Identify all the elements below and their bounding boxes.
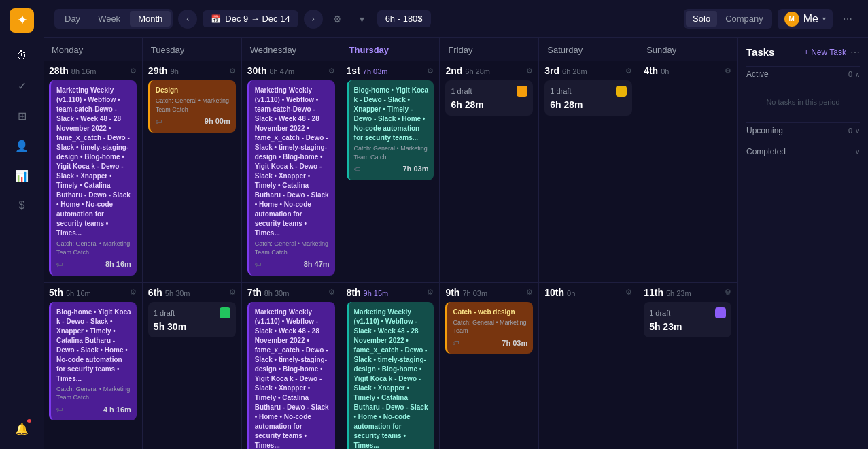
cell-gear-28[interactable]: ⚙ <box>130 67 137 76</box>
header-right: Solo Company M Me ▾ ⋯ <box>684 9 857 29</box>
event-duration: 8h 16m <box>105 259 131 269</box>
upcoming-chevron-icon: ∨ <box>855 127 860 135</box>
user-avatar: M <box>784 12 799 27</box>
user-chevron: ▾ <box>822 15 826 22</box>
sidebar-item-clock[interactable]: ⏱ <box>10 44 34 68</box>
event-duration: 7h 03m <box>502 338 527 348</box>
cell-gear-6[interactable]: ⚙ <box>229 288 236 297</box>
upcoming-section-header[interactable]: Upcoming 0 ∨ <box>746 122 860 138</box>
cell-gear-29[interactable]: ⚙ <box>229 67 236 76</box>
calendar-wrapper: Monday Tuesday Wednesday Thursday Friday… <box>44 38 868 449</box>
header-friday: Friday <box>440 38 539 61</box>
no-tasks-message: No tasks in this period <box>746 87 860 117</box>
draft-label: 1 draft <box>154 309 175 317</box>
day-cell-11: 11th5h 23m ⚙ 1 draft 5h 23m <box>638 283 737 449</box>
event-meta: Catch: General • Marketing Team Catch <box>56 239 131 256</box>
upcoming-count: 0 <box>848 127 852 135</box>
date-range[interactable]: 📅 Dec 9 → Dec 14 <box>203 10 298 27</box>
more-options-button[interactable]: ⋯ <box>850 47 860 58</box>
event-title: Blog-home • Yigit Koca k - Dewo - Slack … <box>354 86 429 143</box>
tab-week[interactable]: Week <box>90 11 128 27</box>
draft-label: 1 draft <box>451 87 472 95</box>
day-cell-5: 5th5h 16m ⚙ Blog-home • Yigit Koca k - D… <box>44 283 143 449</box>
cell-gear-5[interactable]: ⚙ <box>130 288 137 297</box>
draft-block-fri1[interactable]: 1 draft 6h 28m <box>445 80 533 116</box>
sidebar-item-notifications[interactable]: 🔔 <box>10 416 34 441</box>
event-card-marketing-thu2[interactable]: Marketing Weekly (v1.110) • Webflow -Sla… <box>347 302 434 449</box>
sidebar-item-user[interactable]: 👤 <box>10 133 34 158</box>
draft-block-sun2[interactable]: 1 draft 5h 23m <box>644 302 731 337</box>
tag-icon: 🏷 <box>453 338 459 348</box>
color-dot-purple <box>715 307 726 318</box>
header-saturday: Saturday <box>539 38 638 61</box>
more-options-icon[interactable]: ⋯ <box>838 10 857 29</box>
day-cell-4: 4th0h ⚙ <box>638 61 737 282</box>
tag-icon: 🏷 <box>56 405 63 414</box>
tag-icon: 🏷 <box>354 165 361 174</box>
prev-nav[interactable]: ‹ <box>178 10 197 29</box>
event-card-design[interactable]: Design Catch: General • Marketing Team C… <box>148 80 236 133</box>
tab-company[interactable]: Company <box>718 11 770 27</box>
calendar-main: Monday Tuesday Wednesday Thursday Friday… <box>44 38 737 449</box>
color-dot-yellow <box>616 86 627 97</box>
tab-day[interactable]: Day <box>56 11 88 27</box>
next-nav[interactable]: › <box>304 10 323 29</box>
event-meta: Catch: General • Marketing Team Catch <box>56 385 131 402</box>
cell-gear-9[interactable]: ⚙ <box>526 288 533 297</box>
calendar-icon: 📅 <box>211 14 221 24</box>
day-cell-8: 8th9h 15m ⚙ Marketing Weekly (v1.110) • … <box>341 283 440 449</box>
day-cell-2: 2nd6h 28m ⚙ 1 draft 6h 28m <box>440 61 539 282</box>
tag-icon: 🏷 <box>255 260 262 269</box>
event-card-bloghome-thu[interactable]: Blog-home • Yigit Koca k - Dewo - Slack … <box>347 80 434 180</box>
app-logo[interactable]: ✦ <box>10 8 34 33</box>
tag-icon: 🏷 <box>156 117 162 127</box>
week-row-1: 28th8h 16m ⚙ Marketing Weekly (v1.110) •… <box>44 61 737 283</box>
draft-label: 1 draft <box>550 87 571 95</box>
sidebar-item-chart[interactable]: 📊 <box>10 163 34 188</box>
sidebar: ✦ ⏱ ✓ ⊞ 👤 📊 $ 🔔 <box>0 0 44 449</box>
user-name: Me <box>803 13 818 25</box>
new-task-button[interactable]: + New Task <box>804 48 846 57</box>
event-card-marketing-mon[interactable]: Marketing Weekly (v1.110) • Webflow • te… <box>49 80 137 276</box>
tag-icon: 🏷 <box>56 260 63 269</box>
day-cell-1: 1st7h 03m ⚙ Blog-home • Yigit Koca k - D… <box>341 61 440 282</box>
event-title: Marketing Weekly (v1.110) • Webflow -Sla… <box>354 307 429 449</box>
sidebar-item-tasks[interactable]: ✓ <box>10 73 34 98</box>
event-card-marketing-wed2[interactable]: Marketing Weekly (v1.110) • Webflow -Sla… <box>247 302 335 449</box>
event-meta: Catch: General • Marketing Team Catch <box>156 97 230 114</box>
event-card-marketing-wed[interactable]: Marketing Weekly (v1.110) • Webflow • te… <box>247 80 335 276</box>
event-title: Catch - web design <box>453 307 527 317</box>
active-section-header[interactable]: Active 0 ∧ <box>746 66 860 82</box>
header-monday: Monday <box>44 38 143 61</box>
cell-gear-3[interactable]: ⚙ <box>625 67 632 76</box>
sidebar-item-billing[interactable]: $ <box>10 193 34 218</box>
draft-block-sat1[interactable]: 1 draft 6h 28m <box>544 80 632 116</box>
active-chevron-icon: ∧ <box>855 71 860 78</box>
cell-gear-1[interactable]: ⚙ <box>427 67 434 76</box>
settings-icon[interactable]: ⚙ <box>328 10 347 29</box>
cell-gear-7[interactable]: ⚙ <box>328 288 335 297</box>
color-dot-orange <box>517 86 527 97</box>
cell-gear-2[interactable]: ⚙ <box>526 67 533 76</box>
event-card-webdesign[interactable]: Catch - web design Catch: General • Mark… <box>445 302 533 354</box>
event-duration: 8h 47m <box>304 259 330 269</box>
sidebar-item-home[interactable]: ⊞ <box>10 103 34 128</box>
draft-block-tue2[interactable]: 1 draft 5h 30m <box>148 302 236 337</box>
event-duration: 9h 00m <box>205 116 230 127</box>
user-pill[interactable]: M Me ▾ <box>778 9 833 29</box>
day-cell-3: 3rd6h 28m ⚙ 1 draft 6h 28m <box>539 61 638 282</box>
completed-chevron-icon: ∨ <box>855 148 860 156</box>
cell-gear-10[interactable]: ⚙ <box>625 288 632 297</box>
cell-gear-4[interactable]: ⚙ <box>725 67 731 76</box>
tab-solo[interactable]: Solo <box>686 11 717 27</box>
chevron-down-icon[interactable]: ▾ <box>353 10 372 29</box>
tab-month[interactable]: Month <box>130 11 171 27</box>
completed-section-header[interactable]: Completed ∨ <box>746 144 860 159</box>
active-label: Active <box>746 69 769 79</box>
cell-gear-8[interactable]: ⚙ <box>427 288 434 297</box>
draft-time: 6h 28m <box>550 99 627 110</box>
view-tabs: Day Week Month <box>54 9 173 29</box>
cell-gear-11[interactable]: ⚙ <box>725 288 731 297</box>
cell-gear-30[interactable]: ⚙ <box>328 67 335 76</box>
event-card-bloghome-mon2[interactable]: Blog-home • Yigit Koca k - Dewo - Slack … <box>49 302 137 421</box>
